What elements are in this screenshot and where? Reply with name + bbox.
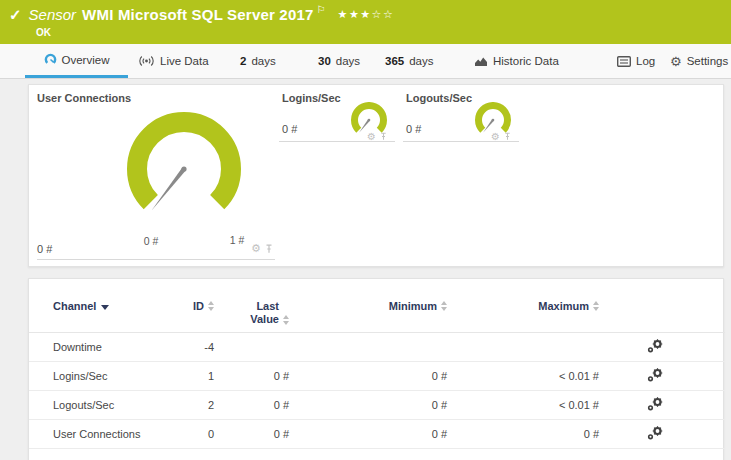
tab-30-days[interactable]: 30 days bbox=[318, 44, 360, 78]
column-header-maximum[interactable]: Maximum bbox=[447, 279, 599, 333]
gauge-icon bbox=[44, 53, 57, 66]
gear-icon: ⚙ bbox=[670, 55, 682, 68]
channel-minimum: 0 # bbox=[289, 391, 447, 420]
logins-value: 0 # bbox=[282, 123, 297, 135]
column-header-channel[interactable]: Channel bbox=[29, 279, 149, 333]
tab-30-days-unit: days bbox=[336, 55, 360, 67]
channel-name: Logins/Sec bbox=[29, 362, 149, 391]
tab-overview-label: Overview bbox=[62, 54, 110, 66]
tab-historic-data-label: Historic Data bbox=[493, 55, 559, 67]
logouts-title: Logouts/Sec bbox=[406, 92, 472, 104]
gauge-pin-icon[interactable] bbox=[504, 132, 511, 141]
user-connections-title: User Connections bbox=[37, 92, 131, 104]
tab-2-days-number: 2 bbox=[240, 55, 246, 67]
broadcast-icon bbox=[138, 55, 155, 67]
channel-settings-gears-icon[interactable] bbox=[647, 368, 663, 384]
channel-name: User Connections bbox=[29, 420, 149, 449]
sort-icon bbox=[208, 301, 214, 311]
channel-id: 0 bbox=[149, 420, 214, 449]
column-header-maximum-label: Maximum bbox=[538, 300, 589, 312]
tab-live-data-label: Live Data bbox=[160, 55, 209, 67]
channel-id: 2 bbox=[149, 391, 214, 420]
user-connections-gauge bbox=[119, 107, 249, 227]
table-row-user-connections: User Connections 0 0 # 0 # 0 # bbox=[29, 420, 725, 449]
channel-id: 1 bbox=[149, 362, 214, 391]
tab-2-days[interactable]: 2 days bbox=[240, 44, 276, 78]
column-header-actions bbox=[599, 279, 725, 333]
channels-table: Channel ID Last Value Minimum Maximum bbox=[29, 279, 725, 449]
status-ok-check-icon: ✓ bbox=[9, 5, 22, 25]
sensor-title: WMI Microsoft SQL Server 2017 bbox=[82, 5, 313, 25]
column-header-last-value[interactable]: Last Value bbox=[214, 279, 289, 333]
logouts-value: 0 # bbox=[406, 123, 421, 135]
gauge-gear-icon[interactable]: ⚙ bbox=[251, 243, 261, 254]
channel-settings-gears-icon[interactable] bbox=[647, 426, 663, 442]
tab-2-days-unit: days bbox=[251, 55, 275, 67]
tab-settings[interactable]: ⚙ Settings bbox=[670, 44, 728, 78]
channel-minimum: 0 # bbox=[289, 362, 447, 391]
gauge-scale-min: 0 # bbox=[129, 235, 173, 247]
area-chart-icon bbox=[474, 56, 488, 67]
tab-365-days-unit: days bbox=[409, 55, 433, 67]
table-row-logouts: Logouts/Sec 2 0 # 0 # < 0.01 # bbox=[29, 391, 725, 420]
logins-title: Logins/Sec bbox=[282, 92, 341, 104]
column-header-last-value-label: Last Value bbox=[239, 300, 279, 326]
channel-last-value: 0 # bbox=[214, 420, 289, 449]
channel-settings-gears-icon[interactable] bbox=[647, 397, 663, 413]
channel-maximum bbox=[447, 333, 599, 362]
column-header-channel-label: Channel bbox=[53, 300, 96, 312]
tab-bar: Overview Live Data 2 days 30 days 365 da… bbox=[0, 44, 731, 79]
table-header-row: Channel ID Last Value Minimum Maximum bbox=[29, 279, 725, 333]
channel-last-value: 0 # bbox=[214, 391, 289, 420]
tab-overview[interactable]: Overview bbox=[25, 44, 128, 78]
channel-maximum: < 0.01 # bbox=[447, 391, 599, 420]
table-row-logins: Logins/Sec 1 0 # 0 # < 0.01 # bbox=[29, 362, 725, 391]
sort-icon bbox=[593, 301, 599, 311]
channel-minimum bbox=[289, 333, 447, 362]
sensor-header-row: ✓ Sensor WMI Microsoft SQL Server 2017 ⚐… bbox=[9, 5, 394, 25]
divider bbox=[279, 141, 395, 142]
column-header-id-label: ID bbox=[193, 300, 204, 312]
table-row-downtime: Downtime -4 bbox=[29, 333, 725, 362]
gauge-pin-icon[interactable] bbox=[265, 244, 273, 254]
divider bbox=[403, 141, 519, 142]
channel-name: Downtime bbox=[29, 333, 149, 362]
user-connections-value: 0 # bbox=[37, 243, 52, 255]
channel-last-value bbox=[214, 333, 289, 362]
channels-panel: Channel ID Last Value Minimum Maximum bbox=[28, 278, 724, 460]
channel-minimum: 0 # bbox=[289, 420, 447, 449]
channel-settings-gears-icon[interactable] bbox=[647, 339, 663, 355]
channel-maximum: < 0.01 # bbox=[447, 362, 599, 391]
tab-365-days[interactable]: 365 days bbox=[385, 44, 433, 78]
channel-id: -4 bbox=[149, 333, 214, 362]
user-connections-gauge-actions: ⚙ bbox=[251, 243, 273, 254]
channel-last-value: 0 # bbox=[214, 362, 289, 391]
tab-historic-data[interactable]: Historic Data bbox=[474, 44, 559, 78]
tab-live-data[interactable]: Live Data bbox=[138, 44, 209, 78]
object-kind-label: Sensor bbox=[29, 5, 77, 25]
divider bbox=[37, 259, 275, 260]
priority-stars[interactable]: ★★★☆☆ bbox=[338, 5, 395, 23]
sensor-header: ✓ Sensor WMI Microsoft SQL Server 2017 ⚐… bbox=[0, 0, 731, 44]
tab-365-days-number: 365 bbox=[385, 55, 404, 67]
channel-maximum: 0 # bbox=[447, 420, 599, 449]
gauge-pin-icon[interactable] bbox=[380, 132, 387, 141]
tab-settings-label: Settings bbox=[687, 55, 729, 67]
tab-log-label: Log bbox=[636, 55, 655, 67]
channel-name: Logouts/Sec bbox=[29, 391, 149, 420]
sort-icon bbox=[283, 315, 289, 325]
gauges-panel: User Connections 0 # 1 # 0 # ⚙ Logins/Se… bbox=[28, 84, 724, 267]
tab-30-days-number: 30 bbox=[318, 55, 331, 67]
sorted-desc-icon bbox=[101, 305, 109, 310]
column-header-minimum[interactable]: Minimum bbox=[289, 279, 447, 333]
sensor-status-text: OK bbox=[36, 27, 51, 38]
column-header-id[interactable]: ID bbox=[149, 279, 214, 333]
log-list-icon bbox=[617, 56, 631, 67]
tab-log[interactable]: Log bbox=[617, 44, 655, 78]
sort-icon bbox=[441, 301, 447, 311]
flag-icon[interactable]: ⚐ bbox=[317, 5, 326, 15]
column-header-minimum-label: Minimum bbox=[389, 300, 437, 312]
